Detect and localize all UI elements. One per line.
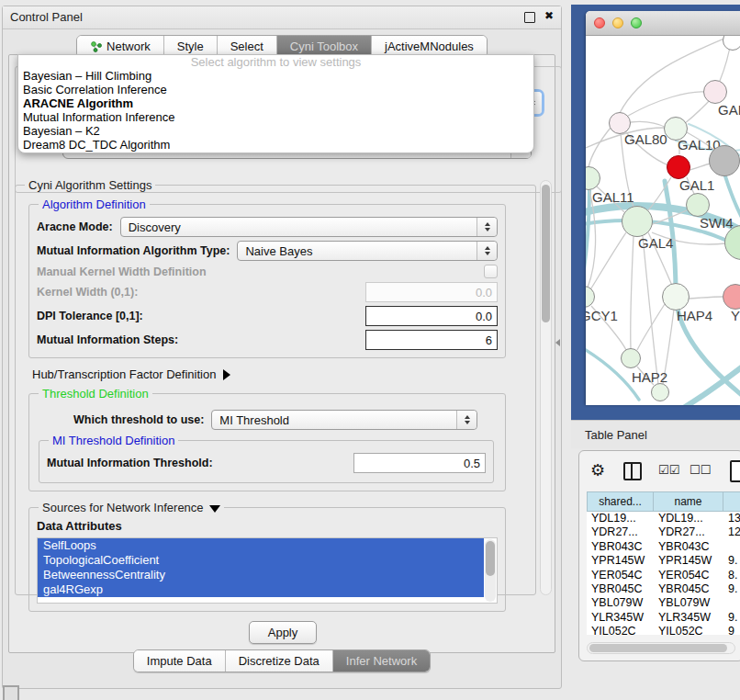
network-window-titlebar[interactable]: [586, 11, 740, 36]
minimize-traffic-light-icon[interactable]: [612, 17, 623, 28]
node-GAL1[interactable]: [667, 155, 690, 179]
table-row[interactable]: YBR045CYBR045C9.: [587, 582, 740, 596]
list-scrollbar-thumb[interactable]: [486, 541, 495, 576]
tab-label: Select: [230, 40, 263, 53]
table-cell: 9.: [723, 554, 740, 568]
float-window-icon[interactable]: [524, 12, 535, 23]
node-label: GAL: [718, 102, 740, 118]
table-row[interactable]: YBR043CYBR043C: [587, 540, 740, 554]
manual-kernel-row: Manual Kernel Width Definition: [37, 265, 498, 278]
tab-infer-network[interactable]: Infer Network: [332, 650, 430, 672]
aracne-mode-combo[interactable]: Discovery: [120, 217, 498, 237]
node-unlabeled[interactable]: [709, 145, 740, 176]
table-row[interactable]: YDR27...YDR27...12: [587, 525, 740, 539]
algorithm-option[interactable]: Mutual Information Inference: [18, 110, 533, 124]
algorithm-option[interactable]: Bayesian – Hill Climbing: [18, 69, 533, 83]
table-row[interactable]: YIL052CYIL052C9: [587, 625, 740, 635]
column-header[interactable]: [723, 491, 740, 512]
list-scrollbar[interactable]: [485, 539, 496, 602]
node-SWI4[interactable]: [686, 193, 710, 217]
mi-steps-field[interactable]: 6: [365, 330, 498, 350]
tab-label: Impute Data: [147, 654, 212, 668]
table-cell: YBL079W: [587, 596, 654, 610]
algorithm-definition-legend: Algorithm Definition: [39, 198, 150, 211]
mi-threshold-legend: MI Threshold Definition: [49, 434, 178, 447]
chevron-right-icon: [223, 369, 230, 380]
node-table: shared...name YDL19...YDL19...13YDR27...…: [587, 491, 740, 635]
which-threshold-combo[interactable]: MI Threshold: [211, 410, 477, 430]
close-traffic-light-icon[interactable]: [594, 17, 605, 28]
kernel-width-field: 0.0: [365, 282, 498, 302]
node-HAP4[interactable]: [662, 283, 690, 310]
network-canvas[interactable]: GALGAL80GAL10GAL1GAL11SWI4GAL4GCY1HAP4YH…: [586, 36, 740, 405]
column-header[interactable]: name: [654, 491, 723, 512]
close-icon[interactable]: ✖: [544, 9, 554, 22]
which-threshold-row: Which threshold to use: MI Threshold: [37, 410, 498, 430]
select-all-checkboxes-icon[interactable]: ☑☑: [658, 463, 679, 477]
data-attributes-list[interactable]: SelfLoopsTopologicalCoefficientBetweenne…: [37, 537, 498, 604]
node-GAL4[interactable]: [622, 206, 653, 237]
table-cell: 9.: [723, 611, 740, 625]
mi-threshold-field[interactable]: 0.5: [353, 453, 486, 473]
table-cell: YBR043C: [654, 540, 723, 554]
apply-button[interactable]: Apply: [249, 621, 317, 644]
node-label: GAL1: [679, 177, 714, 193]
node-GAL[interactable]: [703, 80, 727, 104]
algorithm-option[interactable]: ARACNE Algorithm: [18, 96, 533, 110]
table-row[interactable]: YBL079WYBL079W: [587, 596, 740, 610]
manual-kernel-checkbox[interactable]: [484, 265, 498, 278]
mi-steps-label: Mutual Information Steps:: [37, 333, 178, 346]
hub-definition-toggle[interactable]: Hub/Transcription Factor Definition: [32, 367, 528, 381]
control-panel-title: Control Panel: [10, 10, 83, 24]
zoom-traffic-light-icon[interactable]: [631, 17, 642, 28]
algorithm-option[interactable]: Dream8 DC_TDC Algorithm: [18, 138, 533, 152]
deselect-all-checkboxes-icon[interactable]: ☐☐: [690, 463, 711, 477]
algorithm-option[interactable]: Bayesian – K2: [18, 124, 533, 138]
combo-stepper-icon[interactable]: [477, 218, 497, 236]
data-attribute-item[interactable]: SelfLoops: [38, 538, 484, 553]
table-row[interactable]: YLR345WYLR345W9.: [587, 611, 740, 625]
threshold-definition-legend: Threshold Definition: [39, 387, 152, 401]
data-attribute-item[interactable]: TopologicalCoefficient: [38, 553, 484, 568]
data-attribute-item[interactable]: BetweennessCentrality: [38, 568, 484, 582]
screen: { "colors":{"frame_blue":"#3b5d99","sele…: [0, 0, 740, 700]
mi-type-label: Mutual Information Algorithm Type:: [37, 244, 230, 257]
table-horizontal-scrollbar[interactable]: [587, 642, 735, 654]
node-unlabeled[interactable]: [651, 383, 669, 401]
settings-vertical-scrollbar[interactable]: [540, 180, 552, 595]
dpi-tolerance-field[interactable]: 0.0: [365, 306, 498, 326]
algorithm-option[interactable]: Basic Correlation Inference: [18, 83, 533, 96]
table-cell: 13: [723, 512, 740, 525]
panel-divider-handle[interactable]: [555, 339, 560, 346]
table-cell: YLR345W: [654, 611, 723, 625]
tab-impute-data[interactable]: Impute Data: [134, 650, 225, 672]
table-hscroll-thumb[interactable]: [589, 644, 727, 652]
node-label: Y: [731, 308, 740, 323]
table-cell: YBR045C: [654, 582, 723, 596]
tab-label: Cyni Toolbox: [290, 40, 358, 53]
columns-icon[interactable]: [623, 462, 642, 480]
export-table-icon[interactable]: [730, 460, 740, 482]
table-row[interactable]: YER054CYER054C8.: [587, 569, 740, 582]
tab-label: Discretize Data: [239, 654, 320, 668]
table-row[interactable]: YDL19...YDL19...13: [587, 512, 740, 525]
threshold-definition-group: Threshold Definition Which threshold to …: [28, 387, 506, 491]
gear-icon[interactable]: ⚙: [590, 460, 605, 480]
table-cell: 8.: [723, 569, 740, 582]
aracne-mode-label: Aracne Mode:: [37, 220, 113, 233]
column-header[interactable]: shared...: [587, 491, 654, 512]
mi-type-combo[interactable]: Naive Bayes: [237, 241, 498, 261]
minimized-panel-icon[interactable]: [3, 685, 19, 700]
tab-discretize-data[interactable]: Discretize Data: [225, 650, 332, 672]
table-cell: YDL19...: [654, 512, 723, 525]
combo-stepper-icon[interactable]: [477, 242, 497, 260]
node-HAP2[interactable]: [621, 348, 641, 368]
combo-stepper-icon[interactable]: [456, 411, 477, 429]
table-row[interactable]: YPR145WYPR145W9.: [587, 554, 740, 568]
settings-vscroll-thumb[interactable]: [542, 185, 550, 322]
table-cell: YDR27...: [587, 525, 654, 539]
table-cell: 12: [723, 525, 740, 539]
manual-kernel-label: Manual Kernel Width Definition: [37, 265, 207, 278]
data-attribute-item[interactable]: gal4RGexp: [38, 582, 484, 597]
mi-type-value: Naive Bayes: [245, 244, 312, 258]
